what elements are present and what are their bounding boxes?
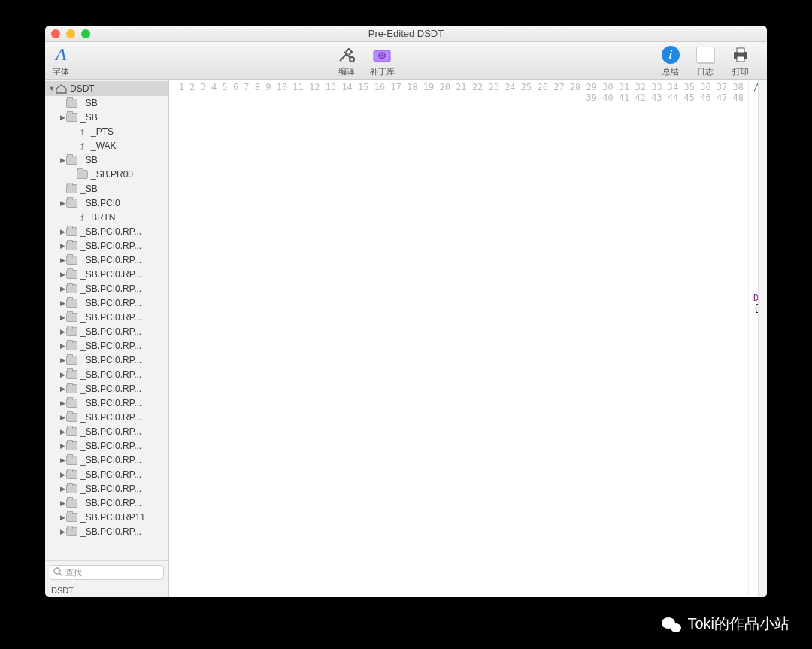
line-gutter: 1 2 3 4 5 6 7 8 9 10 11 12 13 14 15 16 1… — [169, 80, 749, 597]
disclosure-triangle-icon[interactable]: ▶ — [59, 371, 66, 378]
disclosure-triangle-icon[interactable]: ▶ — [59, 528, 66, 535]
disclosure-triangle-icon[interactable]: ▶ — [59, 428, 66, 435]
disclosure-triangle-icon[interactable]: ▶ — [59, 514, 66, 521]
disclosure-triangle-icon[interactable]: ▶ — [59, 485, 66, 493]
patches-toolbar-button[interactable]: 补丁库 — [370, 44, 395, 77]
tree-item-label: _SB — [80, 155, 98, 165]
disclosure-triangle-icon[interactable]: ▶ — [59, 299, 66, 307]
tree-item[interactable]: ▶_SB.PCI0.RP... — [45, 310, 168, 324]
tree-item[interactable]: ▶_SB — [45, 110, 168, 124]
tree-item[interactable]: _SB — [45, 96, 168, 110]
folder-icon — [66, 356, 77, 365]
disclosure-triangle-icon[interactable]: ▶ — [59, 156, 66, 164]
disclosure-triangle-icon[interactable]: ▶ — [59, 471, 66, 478]
disclosure-triangle-icon[interactable]: ▶ — [59, 456, 66, 464]
disclosure-triangle-icon[interactable]: ▶ — [59, 314, 66, 321]
tree-item[interactable]: ▶_SB.PCI0.RP... — [45, 438, 168, 453]
code-editor[interactable]: /* * Intel ACPI Component Architecture *… — [749, 80, 758, 597]
info-icon: i — [662, 44, 680, 65]
method-icon: ƒ — [77, 127, 88, 136]
tree-item[interactable]: ▶_SB.PCI0.RP... — [45, 296, 168, 310]
tree-item-label: _SB.PR00 — [91, 169, 133, 180]
tree-item[interactable]: ▶_SB.PCI0.RP... — [45, 281, 168, 296]
disclosure-triangle-icon[interactable]: ▶ — [59, 285, 66, 293]
tree-item[interactable]: ▶_SB.PCI0.RP... — [45, 496, 168, 510]
tree-item-label: _SB — [80, 98, 98, 108]
tree-item[interactable]: ƒBRTN — [45, 210, 168, 224]
disclosure-triangle-icon[interactable]: ▶ — [59, 385, 66, 393]
folder-icon — [66, 184, 77, 193]
tree-item[interactable]: ▶_SB.PCI0.RP... — [45, 238, 168, 253]
folder-icon — [66, 241, 77, 250]
folder-icon — [66, 399, 77, 408]
tree-view[interactable]: ▼DSDT_SB▶_SBƒ_PTSƒ_WAK▶_SB_SB.PR00_SB▶_S… — [45, 80, 168, 560]
vertical-scrollbar[interactable] — [758, 80, 767, 597]
summary-label: 总结 — [662, 66, 679, 77]
tree-item[interactable]: ▶_SB.PCI0.RP... — [45, 253, 168, 267]
tree-item[interactable]: _SB.PR00 — [45, 167, 168, 181]
tree-item[interactable]: ▶_SB.PCI0.RP... — [45, 410, 168, 424]
search-input[interactable] — [50, 565, 164, 580]
tree-item[interactable]: ▶_SB.PCI0.RP... — [45, 467, 168, 481]
disclosure-triangle-icon[interactable]: ▶ — [59, 499, 66, 507]
tree-item-label: _SB.PCI0.RP... — [80, 255, 141, 265]
tree-item-label: _SB.PCI0.RP... — [80, 326, 141, 337]
disclosure-triangle-icon[interactable]: ▶ — [59, 242, 66, 250]
font-toolbar-button[interactable]: A 字体 — [53, 44, 69, 77]
hammer-wrench-icon — [337, 44, 356, 65]
disclosure-triangle-icon[interactable]: ▶ — [59, 328, 66, 335]
log-toolbar-button[interactable]: 日志 — [696, 44, 714, 77]
patches-label: 补丁库 — [370, 66, 395, 77]
tree-item[interactable]: ▶_SB.PCI0.RP... — [45, 353, 168, 367]
folder-icon — [66, 499, 77, 508]
disclosure-triangle-icon[interactable]: ▶ — [59, 114, 66, 121]
font-label: 字体 — [53, 66, 69, 77]
summary-toolbar-button[interactable]: i 总结 — [662, 44, 680, 77]
tree-item[interactable]: ƒ_PTS — [45, 124, 168, 138]
tree-item[interactable]: ▼DSDT — [45, 81, 168, 96]
folder-icon — [66, 327, 77, 336]
disclosure-triangle-icon[interactable]: ▶ — [59, 442, 66, 450]
tree-item-label: _SB.PCI0.RP... — [80, 484, 141, 494]
disclosure-triangle-icon[interactable]: ▶ — [59, 199, 66, 207]
tree-item[interactable]: ▶_SB.PCI0.RP... — [45, 324, 168, 338]
tree-item[interactable]: ▶_SB.PCI0.RP... — [45, 396, 168, 410]
compile-toolbar-button[interactable]: 编译 — [337, 44, 356, 77]
tree-item-label: _SB.PCI0.RP... — [80, 269, 141, 280]
titlebar[interactable]: Pre-Edited DSDT — [45, 26, 767, 42]
disclosure-triangle-icon[interactable]: ▶ — [59, 271, 66, 278]
disclosure-triangle-icon[interactable]: ▶ — [59, 399, 66, 407]
folder-icon — [66, 513, 77, 522]
tree-item[interactable]: ▶_SB.PCI0.RP... — [45, 224, 168, 238]
disclosure-triangle-icon[interactable]: ▶ — [59, 256, 66, 264]
disclosure-triangle-icon[interactable]: ▶ — [59, 356, 66, 364]
tree-item[interactable]: ▶_SB.PCI0.RP... — [45, 338, 168, 353]
disclosure-triangle-icon[interactable]: ▶ — [59, 228, 66, 235]
tree-item-label: _SB.PCI0.RP... — [80, 441, 141, 451]
tree-item-label: _SB.PCI0.RP... — [80, 384, 141, 394]
sidebar: ▼DSDT_SB▶_SBƒ_PTSƒ_WAK▶_SB_SB.PR00_SB▶_S… — [45, 80, 169, 597]
tree-item[interactable]: ▶_SB.PCI0 — [45, 196, 168, 210]
method-icon: ƒ — [77, 141, 88, 150]
tree-item[interactable]: ƒ_WAK — [45, 138, 168, 153]
tree-item[interactable]: ▶_SB.PCI0.RP... — [45, 367, 168, 381]
tree-item[interactable]: ▶_SB.PCI0.RP... — [45, 524, 168, 538]
tree-item[interactable]: ▶_SB.PCI0.RP... — [45, 453, 168, 467]
tree-item[interactable]: ▶_SB.PCI0.RP... — [45, 481, 168, 496]
print-toolbar-button[interactable]: 打印 — [731, 44, 750, 77]
disclosure-triangle-icon[interactable]: ▶ — [59, 342, 66, 350]
patch-folder-icon — [372, 44, 392, 65]
tree-item-label: _WAK — [91, 141, 117, 151]
tree-item[interactable]: ▶_SB.PCI0.RP... — [45, 381, 168, 396]
tree-item[interactable]: _SB — [45, 181, 168, 196]
disclosure-triangle-icon[interactable]: ▼ — [48, 85, 56, 92]
svg-point-6 — [54, 568, 60, 574]
tree-item-label: _PTS — [91, 126, 114, 137]
method-icon: ƒ — [77, 213, 88, 222]
tree-item[interactable]: ▶_SB — [45, 153, 168, 167]
disclosure-triangle-icon[interactable]: ▶ — [59, 414, 66, 421]
tree-item-label: _SB.PCI0.RP... — [80, 241, 141, 251]
tree-item[interactable]: ▶_SB.PCI0.RP... — [45, 424, 168, 438]
tree-item[interactable]: ▶_SB.PCI0.RP... — [45, 267, 168, 281]
tree-item[interactable]: ▶_SB.PCI0.RP11 — [45, 510, 168, 524]
